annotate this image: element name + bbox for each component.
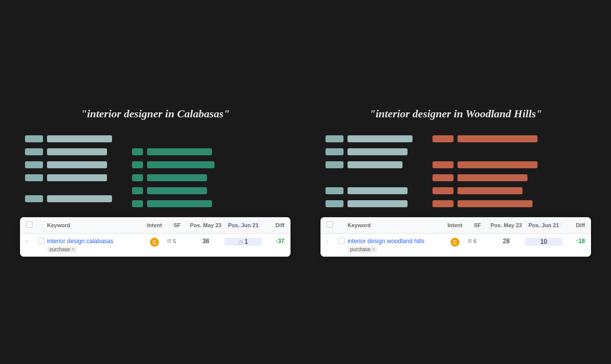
bar-row [432, 161, 538, 168]
keyword-cell: interior design woodland hills purchase … [348, 238, 442, 253]
bar-large-gray [47, 195, 112, 202]
pos-may-cell: 28 [488, 238, 525, 245]
bar-row [25, 148, 112, 155]
bar-row [432, 135, 538, 142]
bar-large-teal [147, 161, 214, 168]
header-checkbox[interactable] [26, 221, 32, 228]
bar-row [25, 195, 112, 202]
tag-remove[interactable]: × [372, 247, 375, 252]
col-header-pos-jun[interactable]: Pos. Jun 21 [525, 222, 562, 228]
diff-value: 18 [576, 238, 585, 245]
bar-small-gray [326, 148, 344, 155]
bar-row [326, 161, 412, 168]
bar-large-teal [147, 200, 212, 207]
bar-large-gray [348, 200, 408, 207]
bar-small-teal [132, 187, 143, 194]
intent-badge: C [150, 238, 159, 247]
col-header-intent: Intent [142, 222, 167, 228]
bar-small-gray [25, 135, 43, 142]
intent-cell: C [442, 238, 468, 247]
bar-large-rust [458, 174, 528, 181]
keyword-cell: interior design calabasas purchase × [47, 238, 142, 253]
col-header-pos-may: Pos. May 23 [488, 222, 525, 228]
bar-row [132, 148, 219, 155]
bar-small-gray [25, 195, 43, 202]
left-bars-woodland [326, 135, 412, 207]
chart-area-calabasas [20, 135, 290, 207]
table-woodland: Keyword Intent SF Pos. May 23 Pos. Jun 2… [320, 217, 591, 257]
bar-row [25, 135, 112, 142]
bar-row [432, 174, 538, 181]
panel-woodland: "interior designer in Woodland Hills" [320, 107, 591, 257]
bar-row [132, 200, 219, 207]
bar-small-gray [326, 187, 344, 194]
bar-small-gray [326, 135, 344, 142]
bar-large-gray [47, 135, 112, 142]
bar-small-teal [132, 200, 143, 207]
panel-title-woodland: "interior designer in Woodland Hills" [320, 107, 591, 120]
bar-large-gray [47, 161, 107, 168]
bar-row [132, 161, 219, 168]
bar-small-rust [432, 200, 454, 207]
row-checkbox[interactable] [38, 238, 44, 244]
bar-row [326, 187, 412, 194]
right-bars-woodland [432, 135, 538, 207]
pos-jun-cell: 10 [525, 238, 562, 246]
sf-cell: ⊞ 6 [468, 238, 488, 244]
keyword-link[interactable]: interior design woodland hills [348, 238, 424, 245]
main-container: "interior designer in Calabasas" [0, 97, 611, 267]
sf-value: 5 [173, 238, 176, 244]
bar-large-gray [348, 148, 408, 155]
header-checkbox[interactable] [326, 221, 333, 228]
pos-jun-cell: ◷ 1 [224, 238, 262, 246]
keyword-link[interactable]: interior design calabasas [47, 238, 114, 245]
bar-large-rust [458, 135, 538, 142]
table-row-woodland: › interior design woodland hills purchas… [320, 234, 591, 257]
col-header-pos-jun[interactable]: Pos. Jun 21 [224, 222, 262, 228]
bar-large-rust [458, 187, 522, 194]
diff-cell: 37 [262, 238, 284, 245]
bar-large-gray [47, 174, 107, 181]
panel-title-calabasas: "interior designer in Calabasas" [20, 107, 290, 120]
bar-small-gray [25, 148, 43, 155]
col-header-intent: Intent [442, 222, 468, 228]
table-row-calabasas: › interior design calabasas purchase × [20, 234, 290, 257]
bar-small-gray [326, 161, 344, 168]
bar-row [326, 148, 412, 155]
bar-row [25, 161, 112, 168]
bar-small-rust [432, 161, 454, 168]
bar-row [432, 200, 538, 207]
bar-small-rust [432, 135, 454, 142]
left-bars-calabasas [25, 135, 112, 207]
bar-row [132, 174, 219, 181]
intent-badge: C [450, 238, 460, 247]
col-header-pos-may: Pos. May 23 [187, 222, 224, 228]
expand-button[interactable]: › [326, 239, 328, 244]
bar-large-rust [458, 161, 538, 168]
bar-row [132, 187, 219, 194]
col-header-diff: Diff [562, 222, 585, 228]
bar-small-gray [25, 174, 43, 181]
bar-large-teal [147, 187, 207, 194]
sf-icon: ⊞ [167, 238, 172, 244]
bar-small-teal [132, 161, 143, 168]
right-bars-calabasas [132, 135, 219, 207]
bar-large-teal [147, 148, 212, 155]
table-header-calabasas: Keyword Intent SF Pos. May 23 Pos. Jun 2… [20, 217, 290, 234]
bar-large-gray [348, 135, 412, 142]
row-checkbox[interactable] [338, 238, 345, 244]
bar-large-teal [147, 174, 207, 181]
col-header-keyword: Keyword [348, 222, 442, 228]
bar-large-gray [348, 187, 408, 194]
col-header-keyword: Keyword [47, 222, 142, 228]
bar-small-teal [132, 148, 143, 155]
expand-button[interactable]: › [26, 239, 28, 244]
chart-area-woodland [320, 135, 591, 207]
tag-label: purchase [50, 247, 70, 252]
intent-cell: C [142, 238, 167, 247]
col-header-diff: Diff [262, 222, 284, 228]
tag-remove[interactable]: × [72, 247, 74, 252]
table-calabasas: Keyword Intent SF Pos. May 23 Pos. Jun 2… [20, 217, 290, 257]
col-header-sf: SF [468, 222, 488, 228]
sf-value: 6 [474, 238, 476, 244]
